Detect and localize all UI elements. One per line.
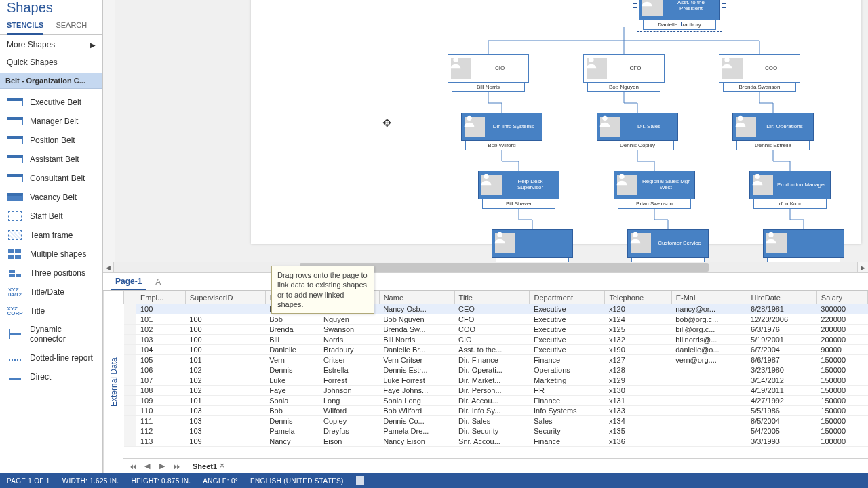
tab-stencils[interactable]: STENCILS bbox=[7, 17, 43, 35]
cell: Sales bbox=[530, 416, 605, 426]
stencil-item[interactable]: Team frame bbox=[0, 226, 102, 245]
vac-icon bbox=[7, 192, 23, 203]
stencil-item[interactable]: Position Belt bbox=[0, 131, 102, 150]
cell: 107 bbox=[136, 375, 186, 386]
org-node-b2[interactable]: Customer Service bbox=[627, 229, 709, 262]
org-node-helpdesk[interactable]: Help Desk SupervisorBill Shaver bbox=[478, 171, 559, 209]
team-icon bbox=[7, 230, 23, 241]
cell: 100 bbox=[185, 314, 265, 325]
org-node-cfo[interactable]: CFOBob Nguyen bbox=[583, 54, 665, 92]
table-row[interactable]: 104100DanielleBradburyDanielle Br...Asst… bbox=[124, 345, 868, 355]
stencil-item[interactable]: Dotted-line report bbox=[0, 348, 102, 367]
table-row[interactable]: 105101VernCritserVern CritserDir. Financ… bbox=[124, 355, 868, 365]
stencil-label: Executive Belt bbox=[30, 98, 96, 107]
stencil-item[interactable]: Executive Belt bbox=[0, 93, 102, 112]
svg-point-43 bbox=[497, 232, 502, 237]
column-header[interactable]: Department bbox=[530, 291, 605, 304]
stencil-header[interactable]: Belt - Organization C... bbox=[0, 73, 102, 89]
drawing-canvas[interactable]: Asst. to the PresidentDanielle BradburyC… bbox=[115, 0, 868, 262]
org-node-regsales[interactable]: Regional Sales Mgr WestBrian Swanson bbox=[614, 171, 695, 209]
table-row[interactable]: 109101SoniaLongSonia LongDir. Accou...Fi… bbox=[124, 396, 868, 406]
stencil-item[interactable]: Direct bbox=[0, 367, 102, 386]
column-header[interactable]: Telephone bbox=[605, 291, 671, 304]
sheet-tab[interactable]: Sheet1 bbox=[187, 461, 222, 472]
person-icon bbox=[736, 117, 756, 137]
cell: 112 bbox=[136, 426, 186, 436]
nav-last-icon[interactable]: ⏭ bbox=[172, 462, 182, 470]
stencil-item[interactable]: Manager Belt bbox=[0, 112, 102, 131]
table-row[interactable]: 106102DennisEstrellaDennis Estr...Dir. O… bbox=[124, 365, 868, 375]
column-header[interactable]: SupervisorID bbox=[185, 291, 265, 304]
org-node-dirops[interactable]: Dir. OperationsDennis Estrella bbox=[732, 113, 814, 150]
org-node-coo[interactable]: COOBrenda Swanson bbox=[719, 54, 800, 92]
data-grid[interactable]: Empl...SupervisorIDFirstLastNameTitleDep… bbox=[123, 291, 868, 458]
svg-point-35 bbox=[589, 58, 593, 62]
table-row[interactable]: 112103PamelaDreyfusPamela Dre...Dir. Sec… bbox=[124, 426, 868, 436]
cell: Dir. Finance bbox=[454, 355, 530, 365]
table-row[interactable]: 110103BobWilfordBob WilfordDir. Info Sy.… bbox=[124, 406, 868, 416]
tab-search[interactable]: SEARCH bbox=[56, 17, 87, 34]
external-data-label[interactable]: External Data bbox=[103, 291, 123, 473]
horizontal-scrollbar[interactable]: ◀ ▶ bbox=[103, 262, 868, 272]
macro-recorder-icon[interactable] bbox=[356, 476, 364, 485]
org-node-dirsales[interactable]: Dir. SalesDennis Copley bbox=[597, 113, 678, 150]
node-title: Customer Service bbox=[654, 241, 705, 247]
stencil-item[interactable]: XYZCORPTitle bbox=[0, 302, 102, 321]
node-name: Dennis Estrella bbox=[736, 141, 810, 150]
status-page: PAGE 1 OF 1 bbox=[7, 477, 50, 485]
page-tab-add[interactable]: A bbox=[155, 277, 161, 287]
cell: x134 bbox=[605, 416, 671, 426]
stencil-item[interactable]: Assistant Belt bbox=[0, 150, 102, 169]
org-node-b1[interactable] bbox=[492, 229, 573, 262]
scroll-right-icon[interactable]: ▶ bbox=[857, 262, 868, 272]
org-node-diris[interactable]: Dir. Info SystemsBob Wilford bbox=[461, 113, 542, 150]
column-header[interactable]: Empl... bbox=[136, 291, 186, 304]
table-row[interactable]: 108102FayeJohnsonFaye Johns...Dir. Perso… bbox=[124, 386, 868, 396]
cell: 101 bbox=[136, 314, 186, 325]
stencil-item[interactable]: XYZ04/12Title/Date bbox=[0, 283, 102, 302]
stencil-label: Assistant Belt bbox=[30, 155, 96, 164]
stencil-item[interactable]: Three positions bbox=[0, 264, 102, 283]
stencil-item[interactable]: Vacancy Belt bbox=[0, 188, 102, 207]
multi-icon bbox=[7, 249, 23, 260]
stencil-item[interactable]: Dynamic connector bbox=[0, 321, 102, 348]
node-title: Regional Sales Mgr West bbox=[640, 179, 692, 191]
quick-shapes-link[interactable]: Quick Shapes bbox=[0, 55, 102, 73]
table-row[interactable]: 103100BillNorrisBill NorrisCIOExecutivex… bbox=[124, 335, 868, 345]
nav-first-icon[interactable]: ⏮ bbox=[127, 462, 137, 470]
scroll-track[interactable] bbox=[114, 262, 857, 272]
more-shapes-link[interactable]: More Shapes ▶ bbox=[0, 35, 102, 55]
svg-point-38 bbox=[602, 116, 607, 121]
org-node-cio[interactable]: CIOBill Norris bbox=[448, 54, 529, 92]
table-row[interactable]: 113109NancyEisonNancy EisonSnr. Accou...… bbox=[124, 436, 868, 447]
stencil-item[interactable]: Consultant Belt bbox=[0, 169, 102, 188]
table-row[interactable]: 111103DennisCopleyDennis Co...Dir. Sales… bbox=[124, 416, 868, 426]
table-row[interactable]: 100NancyOsborneNancy Osb...CEOExecutivex… bbox=[124, 304, 868, 314]
stencil-item[interactable]: Staff Belt bbox=[0, 207, 102, 226]
stencil-label: Direct bbox=[30, 372, 96, 382]
column-header[interactable]: Salary bbox=[816, 291, 867, 304]
org-node-b3[interactable] bbox=[763, 229, 844, 262]
column-header[interactable]: Name bbox=[379, 291, 454, 304]
table-row[interactable]: 102100BrendaSwansonBrenda Sw...COOExecut… bbox=[124, 325, 868, 335]
column-header[interactable]: HireDate bbox=[747, 291, 816, 304]
cell: HR bbox=[530, 386, 605, 396]
page-tab-strip: Page-1 A bbox=[103, 272, 868, 290]
person-icon bbox=[587, 58, 607, 79]
shapes-tab-strip: STENCILS SEARCH bbox=[0, 17, 102, 35]
page-tab-1[interactable]: Page-1 bbox=[111, 274, 146, 290]
close-panel-icon[interactable]: × bbox=[220, 461, 224, 470]
nav-prev-icon[interactable]: ◀ bbox=[142, 462, 152, 470]
table-row[interactable]: 107102LukeForrestLuke ForrestDir. Market… bbox=[124, 375, 868, 386]
column-header[interactable]: Title bbox=[454, 291, 530, 304]
cell: Dir. Operati... bbox=[454, 365, 530, 375]
nav-next-icon[interactable]: ▶ bbox=[157, 462, 167, 470]
cell: 200000 bbox=[816, 335, 867, 345]
scroll-left-icon[interactable]: ◀ bbox=[103, 262, 114, 272]
org-node-asst[interactable]: Asst. to the PresidentDanielle Bradbury bbox=[639, 0, 720, 30]
drag-hint-tooltip: Drag rows onto the page to link data to … bbox=[271, 266, 374, 314]
org-node-prodmgr[interactable]: Production ManagerIrfon Kohn bbox=[749, 171, 831, 209]
stencil-item[interactable]: Multiple shapes bbox=[0, 245, 102, 264]
column-header[interactable]: E-Mail bbox=[671, 291, 747, 304]
table-row[interactable]: 101100BobNguyenBob NguyenCFOExecutivex12… bbox=[124, 314, 868, 325]
